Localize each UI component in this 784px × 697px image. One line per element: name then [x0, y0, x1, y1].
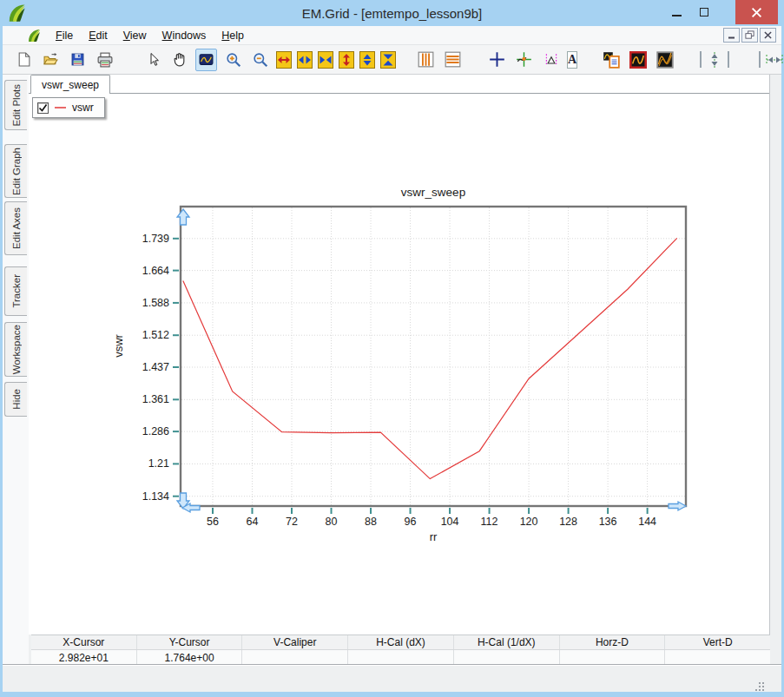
maximize-button[interactable]	[690, 0, 718, 24]
document-tab-label: vswr_sweep	[42, 79, 99, 91]
y-tick-label: 1.739	[142, 233, 169, 245]
new-file-icon	[16, 52, 31, 67]
sidebar-tab-hide[interactable]: Hide	[4, 382, 27, 417]
chart-title: vswr_sweep	[401, 186, 465, 199]
v-fit-button[interactable]	[339, 51, 354, 69]
chart-plot[interactable]: 5664728088961041121201281361441.1341.211…	[29, 94, 769, 634]
title-bar: EM.Grid - [emtempo_lesson9b]	[0, 0, 784, 26]
sidebar-tab-edit-graph[interactable]: Edit Graph	[4, 144, 27, 198]
h-expand-button[interactable]	[297, 51, 313, 69]
zoom-in-icon	[226, 52, 241, 68]
open-file-button[interactable]	[40, 49, 62, 71]
horizontal-grid-button[interactable]	[442, 49, 464, 71]
menu-item-file[interactable]: File	[48, 28, 81, 43]
caliper-icon	[544, 52, 559, 68]
menu-item-windows[interactable]: Windows	[155, 28, 214, 43]
legend-series-label: vswr	[72, 102, 94, 114]
plot-area[interactable]	[181, 207, 686, 506]
mdi-minimize-button[interactable]	[723, 28, 740, 43]
mdi-restore-button[interactable]	[741, 28, 758, 43]
sidebar-tab-label: Tracker	[11, 274, 22, 308]
x-tick-label: 120	[520, 516, 538, 528]
crosshair-button[interactable]	[486, 49, 508, 71]
sidebar-tab-label: Hide	[11, 389, 22, 410]
x-tick-label: 136	[599, 516, 617, 528]
status-col-value	[348, 650, 454, 665]
legend-checkbox[interactable]	[37, 102, 49, 114]
v-link-right-checkbox[interactable]	[728, 51, 729, 68]
status-col-value	[454, 650, 560, 665]
edit-plot-button[interactable]	[627, 49, 649, 71]
minimize-button[interactable]	[662, 0, 690, 24]
zoom-box-button[interactable]	[195, 49, 217, 71]
open-file-icon	[43, 52, 59, 67]
status-bar	[3, 664, 781, 692]
vertical-grid-button[interactable]	[415, 49, 437, 71]
chart-document: vswr_sweep vswr 566472808896104112120128…	[29, 75, 770, 635]
multi-plot-button[interactable]	[654, 49, 675, 71]
tracker-button[interactable]	[513, 49, 535, 71]
sidebar-tab-edit-axes[interactable]: Edit Axes	[4, 201, 27, 255]
status-col-header: Horz-D	[560, 635, 666, 649]
sidebar: Edit PlotsEdit GraphEdit AxesTrackerWork…	[3, 75, 29, 664]
menu-item-view[interactable]: View	[115, 28, 155, 43]
x-tick-label: 112	[481, 516, 498, 528]
minimize-icon	[672, 15, 682, 16]
document-tab[interactable]: vswr_sweep	[30, 75, 110, 94]
status-col-header: Y-Cursor	[137, 635, 243, 649]
tracker-icon	[516, 51, 532, 68]
select-cursor-button[interactable]	[142, 49, 163, 71]
sidebar-tab-edit-plots[interactable]: Edit Plots	[4, 80, 27, 130]
y-tick-label: 1.588	[142, 297, 169, 309]
status-col-header: H-Cal (1/dX)	[454, 635, 560, 649]
legend-line-sample	[55, 107, 66, 108]
menu-item-edit[interactable]: Edit	[81, 28, 115, 43]
zoom-out-button[interactable]	[249, 49, 271, 71]
v-link-arrows-button[interactable]	[707, 49, 722, 71]
text-label-button[interactable]: A	[567, 51, 577, 69]
x-tick-label: 144	[638, 516, 656, 528]
pan-hand-button[interactable]	[168, 49, 190, 71]
status-col-header: H-Cal (dX)	[348, 635, 454, 649]
h-fit-button[interactable]	[276, 51, 292, 69]
sidebar-tab-workspace[interactable]: Workspace	[4, 322, 27, 377]
sidebar-tab-tracker[interactable]: Tracker	[4, 266, 27, 316]
h-link-left-checkbox[interactable]	[759, 51, 761, 68]
status-col-header: V-Caliper	[242, 635, 348, 649]
status-col-value	[242, 650, 348, 665]
h-link-arrows-button[interactable]	[766, 49, 783, 71]
zoom-in-button[interactable]	[222, 49, 244, 71]
status-col-value: 1.764e+00	[137, 650, 243, 665]
multi-plot-icon	[656, 51, 674, 69]
v-compress-icon	[381, 53, 395, 67]
status-col-value	[665, 650, 770, 665]
v-link-left-checkbox[interactable]	[700, 51, 702, 68]
v-expand-button[interactable]	[359, 51, 375, 69]
menu-item-help[interactable]: Help	[214, 28, 252, 43]
legend-button[interactable]	[600, 49, 622, 71]
new-file-button[interactable]	[13, 49, 35, 71]
mdi-close-button[interactable]	[760, 28, 776, 43]
y-axis-label: vswr	[112, 333, 125, 357]
caliper-button[interactable]	[540, 49, 562, 71]
v-expand-icon	[360, 53, 374, 67]
checkmark-icon	[38, 103, 48, 113]
resize-grip[interactable]	[759, 682, 761, 684]
zoom-box-icon	[198, 52, 214, 67]
toolbar: A	[3, 45, 781, 75]
sidebar-tab-label: Workspace	[11, 325, 22, 374]
chart-legend[interactable]: vswr	[32, 97, 105, 118]
save-button[interactable]	[67, 49, 89, 71]
h-compress-button[interactable]	[318, 51, 333, 69]
print-icon	[97, 52, 113, 68]
status-col-value: 2.982e+01	[31, 650, 137, 665]
horizontal-grid-icon	[445, 51, 461, 68]
close-button[interactable]	[735, 0, 778, 24]
mdi-minimize-icon	[728, 31, 735, 39]
v-compress-button[interactable]	[380, 51, 396, 69]
x-tick-label: 128	[559, 516, 577, 528]
print-button[interactable]	[94, 49, 115, 71]
x-tick-label: 80	[326, 516, 338, 528]
x-tick-label: 88	[365, 516, 377, 528]
legend-icon	[603, 51, 620, 69]
